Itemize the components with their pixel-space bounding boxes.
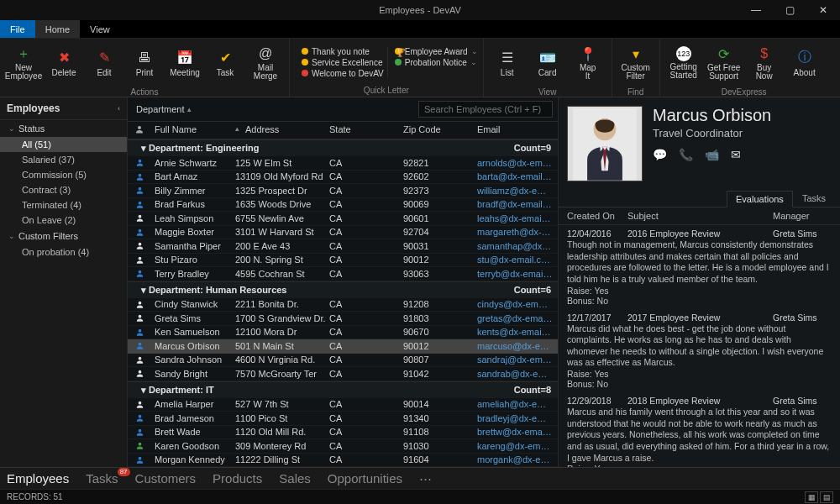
col-avatar-header[interactable] [128, 124, 151, 136]
nav-tasks[interactable]: Tasks87 [86, 471, 118, 486]
table-row[interactable]: Arnie Schwartz125 W Elm StCA92821arnolds… [128, 156, 558, 171]
col-email-header[interactable]: Email [477, 124, 558, 136]
sidebar-item[interactable]: Contract (3) [0, 182, 127, 197]
buy-now-button[interactable]: $Buy Now [746, 40, 783, 86]
search-input[interactable] [418, 101, 553, 118]
cell-email[interactable]: marcuso@dx-email.com [477, 341, 558, 351]
nav-sales[interactable]: Sales [279, 471, 311, 486]
quick-welcome[interactable]: Welcome to DevAV [302, 69, 384, 78]
table-row[interactable]: Sandra Johnson4600 N Virginia Rd.CA90807… [128, 354, 558, 368]
cell-email[interactable]: terryb@dx-email.com [477, 269, 558, 279]
evaluation-item[interactable]: 12/17/20172017 Employee ReviewGreta Sims… [567, 309, 832, 393]
table-row[interactable]: Terry Bradley4595 Cochran StCA93063terry… [128, 267, 558, 281]
table-row[interactable]: Morgan Kennedy11222 Dilling StCA91604mor… [128, 454, 558, 468]
task-button[interactable]: ✔Task [207, 40, 244, 86]
table-row[interactable]: Billy Zimmer1325 Prospect DrCA92373willi… [128, 184, 558, 198]
sidebar-group[interactable]: ⌄ Custom Filters [0, 228, 127, 244]
table-row[interactable]: Marcus Orbison501 N Main StCA90012marcus… [128, 339, 558, 354]
table-row[interactable]: Karen Goodson309 Monterey RdCA91030karen… [128, 439, 558, 454]
col-zip-header[interactable]: Zip Code [403, 124, 477, 136]
eval-col-manager[interactable]: Manager [773, 211, 832, 221]
col-name-header[interactable]: Full Name [151, 124, 235, 136]
table-row[interactable]: Amelia Harper527 W 7th StCA90014ameliah@… [128, 398, 558, 412]
mail-merge-button[interactable]: @Mail Merge [247, 40, 284, 86]
minimize-button[interactable]: — [739, 0, 773, 20]
quick-probation[interactable]: Probation Notice ⌄ [395, 58, 478, 67]
table-row[interactable]: Stu Pizaro200 N. Spring StCA90012stu@dx-… [128, 254, 558, 268]
eval-col-subject[interactable]: Subject [627, 211, 773, 221]
close-button[interactable]: ✕ [806, 0, 840, 20]
custom-filter-button[interactable]: ▾Custom Filter [617, 40, 654, 86]
cell-email[interactable]: kareng@dx-email.com [477, 441, 558, 451]
edit-button[interactable]: ✎Edit [86, 40, 123, 86]
table-row[interactable]: Cindy Stanwick2211 Bonita Dr.CA91208cind… [128, 298, 558, 312]
nav-opportunities[interactable]: Opportunities [328, 471, 402, 486]
quick-award[interactable]: 🏆Employee Award ⌄ [395, 47, 478, 56]
tab-home[interactable]: Home [35, 20, 80, 38]
table-row[interactable]: Brad Farkus1635 Woods DriveCA90069bradf@… [128, 198, 558, 213]
cell-email[interactable]: sandrab@dx-email.com [477, 369, 558, 379]
col-address-header[interactable]: Address [245, 124, 329, 136]
group-row[interactable]: ▾ Department: ITCount=8 [128, 381, 558, 398]
sidebar-item[interactable]: On probation (4) [0, 244, 127, 260]
nav-products[interactable]: Products [213, 471, 262, 486]
sidebar-item[interactable]: Terminated (4) [0, 197, 127, 213]
tab-evaluations[interactable]: Evaluations [727, 191, 793, 207]
group-by-button[interactable]: Department▴ [133, 102, 195, 116]
cell-email[interactable]: bradleyj@dx-email.com [477, 413, 558, 423]
evaluation-item[interactable]: 12/04/20162016 Employee ReviewGreta Sims… [567, 225, 832, 309]
nav-more[interactable]: ⋯ [419, 471, 432, 486]
sidebar-item[interactable]: Salaried (37) [0, 152, 127, 167]
cell-email[interactable]: sandraj@dx-email.com [477, 354, 558, 365]
cell-email[interactable]: gretas@dx-email.com [477, 313, 558, 323]
table-row[interactable]: Bart Arnaz13109 Old Myford RdCA92602bart… [128, 171, 558, 185]
table-row[interactable]: Samantha Piper200 E Ave 43CA90031samanth… [128, 239, 558, 254]
free-support-button[interactable]: ⟳Get Free Support [706, 40, 743, 86]
phone-icon[interactable]: 📞 [679, 148, 693, 161]
sidebar-item[interactable]: Commission (5) [0, 167, 127, 182]
cell-email[interactable]: bradf@dx-email.com [477, 199, 558, 209]
collapse-icon[interactable]: ‹ [118, 104, 120, 113]
new-employee-button[interactable]: ＋New Employee [5, 40, 42, 86]
quick-service-excellence[interactable]: Service Excellence [302, 58, 384, 67]
table-row[interactable]: Maggie Boxter3101 W Harvard StCA92704mar… [128, 226, 558, 240]
cell-email[interactable]: cindys@dx-email.com [477, 299, 558, 309]
sidebar-item[interactable]: All (51) [0, 137, 127, 152]
eval-col-date[interactable]: Created On [567, 211, 627, 221]
map-it-button[interactable]: 📍Map It [570, 40, 606, 86]
sidebar-group[interactable]: ⌄ Status [0, 120, 127, 137]
evaluation-item[interactable]: 12/29/20182018 Employee ReviewGreta Sims… [567, 392, 832, 467]
maximize-button[interactable]: ▢ [773, 0, 806, 20]
group-row[interactable]: ▾ Department: EngineeringCount=9 [128, 139, 558, 156]
cell-email[interactable]: kents@dx-email.com [477, 327, 558, 337]
cell-email[interactable]: morgank@dx-email.com [477, 454, 558, 465]
view-btn-a[interactable]: ▦ [805, 491, 818, 503]
table-row[interactable]: Sandy Bright7570 McGroarty TerCA91042san… [128, 367, 558, 381]
col-state-header[interactable]: State [329, 124, 403, 136]
tab-tasks[interactable]: Tasks [793, 190, 835, 207]
tab-view[interactable]: View [80, 20, 120, 38]
video-icon[interactable]: 📹 [705, 148, 719, 161]
cell-email[interactable]: brettw@dx-email.com [477, 427, 558, 437]
chat-icon[interactable]: 💬 [653, 148, 667, 161]
mail-icon[interactable]: ✉ [731, 148, 741, 161]
table-row[interactable]: Brett Wade1120 Old Mill Rd.CA91108brettw… [128, 426, 558, 440]
cell-email[interactable]: arnolds@dx-email.com [477, 158, 558, 168]
quick-thank-you[interactable]: Thank you note [302, 47, 384, 56]
group-row[interactable]: ▾ Department: Human ResourcesCount=6 [128, 281, 558, 298]
nav-customers[interactable]: Customers [135, 471, 197, 486]
getting-started-button[interactable]: 123Getting Started [665, 40, 702, 86]
meeting-button[interactable]: 📅Meeting [166, 40, 203, 86]
table-row[interactable]: Greta Sims1700 S Grandview Dr.CA91803gre… [128, 312, 558, 326]
table-row[interactable]: Leah Simpson6755 Newlin AveCA90601leahs@… [128, 212, 558, 226]
cell-email[interactable]: ameliah@dx-email.com [477, 399, 558, 409]
cell-email[interactable]: samanthap@dx-email.com [477, 241, 558, 251]
table-row[interactable]: Brad Jameson1100 Pico StCA91340bradleyj@… [128, 412, 558, 426]
about-button[interactable]: ⓘAbout [786, 40, 823, 86]
card-view-button[interactable]: 🪪Card [529, 40, 566, 86]
view-btn-b[interactable]: ▤ [820, 491, 833, 503]
cell-email[interactable]: margareth@dx-email.com [477, 227, 558, 237]
table-row[interactable]: Ken Samuelson12100 Mora DrCA90670kents@d… [128, 326, 558, 340]
delete-button[interactable]: ✖Delete [45, 40, 82, 86]
sidebar-item[interactable]: On Leave (2) [0, 213, 127, 228]
